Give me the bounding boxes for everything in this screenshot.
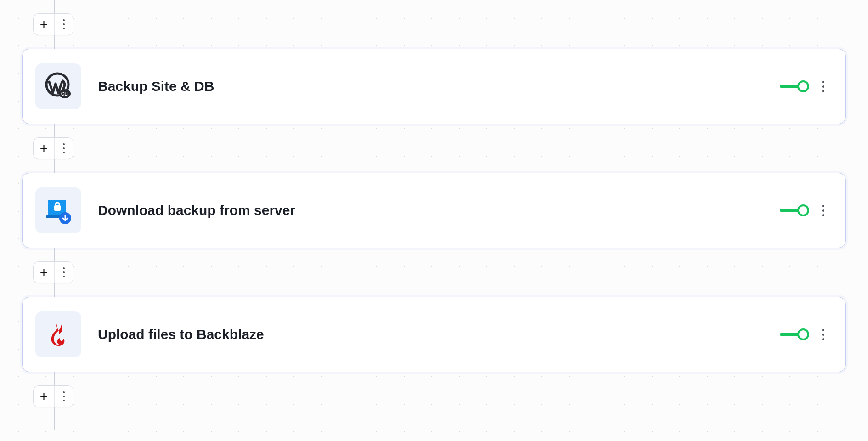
insert-step-menu[interactable] — [55, 138, 73, 159]
vertical-dots-icon — [60, 17, 68, 32]
vertical-dots-icon — [60, 265, 68, 280]
step-menu-button[interactable] — [819, 78, 827, 95]
step-menu-button[interactable] — [819, 202, 827, 219]
insert-step-button[interactable]: + — [33, 385, 73, 407]
insert-step-menu[interactable] — [55, 14, 73, 35]
step-title: Backup Site & DB — [98, 79, 780, 94]
workflow-canvas[interactable]: + CLI Backup Site & DB — [0, 0, 868, 441]
insert-step-menu[interactable] — [55, 262, 73, 283]
workflow-step[interactable]: CLI Backup Site & DB — [22, 49, 846, 124]
step-enabled-toggle[interactable] — [780, 80, 808, 93]
step-title: Upload files to Backblaze — [98, 327, 780, 342]
insert-step-button[interactable]: + — [33, 13, 73, 35]
svg-rect-4 — [48, 200, 56, 204]
step-enabled-toggle[interactable] — [780, 328, 808, 341]
vertical-dots-icon — [60, 389, 68, 404]
step-menu-button[interactable] — [819, 326, 827, 343]
svg-text:CLI: CLI — [61, 91, 68, 96]
insert-step-menu[interactable] — [55, 386, 73, 407]
workflow-step[interactable]: Download backup from server — [22, 173, 846, 248]
step-enabled-toggle[interactable] — [780, 204, 808, 217]
secure-download-icon — [35, 187, 81, 233]
wordpress-cli-icon: CLI — [35, 63, 81, 109]
insert-step-button[interactable]: + — [33, 137, 73, 159]
vertical-dots-icon — [60, 141, 68, 156]
backblaze-flame-icon — [35, 311, 81, 357]
plus-icon: + — [34, 262, 55, 283]
workflow-step[interactable]: Upload files to Backblaze — [22, 297, 846, 372]
plus-icon: + — [34, 386, 55, 407]
plus-icon: + — [34, 14, 55, 35]
plus-icon: + — [34, 138, 55, 159]
step-title: Download backup from server — [98, 203, 780, 218]
insert-step-button[interactable]: + — [33, 261, 73, 283]
